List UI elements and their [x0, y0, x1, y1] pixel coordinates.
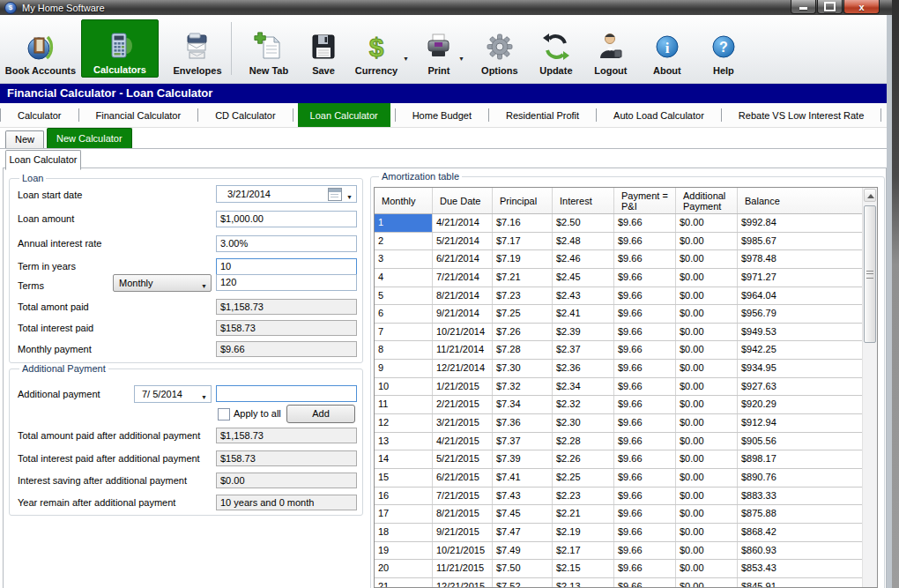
table-cell[interactable]: $0.00 — [676, 233, 738, 250]
currency-button[interactable]: $Currency — [350, 19, 403, 78]
table-cell[interactable]: $0.00 — [676, 505, 738, 523]
interest-rate-input[interactable]: 3.00% — [216, 235, 357, 252]
table-cell[interactable]: $7.37 — [493, 433, 553, 450]
table-cell[interactable]: $9.66 — [614, 233, 676, 250]
table-cell[interactable]: $9.66 — [614, 324, 676, 341]
table-cell[interactable]: $2.48 — [553, 233, 614, 250]
column-header[interactable]: Interest — [553, 188, 614, 213]
table-cell[interactable]: $2.26 — [553, 450, 614, 468]
chevron-down-icon[interactable]: ▼ — [346, 191, 353, 204]
table-cell[interactable]: $0.00 — [676, 524, 738, 541]
envelopes-button[interactable]: Envelopes — [164, 19, 231, 78]
tab-auto-load-calculator[interactable]: Auto Load Calculator — [601, 103, 717, 127]
table-cell[interactable]: $845.91 — [738, 578, 863, 588]
table-cell[interactable]: $927.63 — [738, 378, 863, 396]
table-cell[interactable]: 10/21/2015 — [433, 542, 493, 560]
table-cell[interactable]: $2.34 — [553, 378, 614, 396]
table-cell[interactable]: $971.27 — [738, 269, 863, 287]
tab-residential-profit[interactable]: Residential Profit — [494, 103, 591, 127]
table-cell[interactable]: $890.76 — [738, 469, 863, 487]
subtab-new-calculator[interactable]: New Calculator — [47, 128, 132, 148]
table-cell[interactable]: $9.66 — [614, 287, 676, 305]
title-bar[interactable]: $ My Home Software x — [0, 0, 892, 15]
table-cell[interactable]: 17 — [375, 505, 433, 523]
help-button[interactable]: ?Help — [704, 19, 743, 78]
table-cell[interactable]: $9.66 — [614, 469, 676, 487]
table-cell[interactable]: 7/21/2014 — [433, 269, 493, 287]
table-cell[interactable]: $9.66 — [614, 269, 676, 287]
table-cell[interactable]: $2.39 — [553, 324, 614, 341]
print-dropdown-arrow-icon[interactable]: ▼ — [458, 56, 464, 62]
loan-amount-input[interactable]: $1,000.00 — [216, 211, 357, 227]
table-cell[interactable]: $9.66 — [614, 578, 676, 588]
table-cell[interactable]: $7.52 — [493, 578, 553, 588]
table-cell[interactable]: 18 — [375, 524, 433, 541]
table-cell[interactable]: $0.00 — [676, 269, 738, 287]
table-cell[interactable]: $985.67 — [738, 233, 863, 250]
column-header[interactable]: Monthly — [375, 188, 433, 213]
table-cell[interactable]: $9.66 — [614, 341, 676, 359]
table-cell[interactable]: 13 — [375, 433, 433, 450]
table-cell[interactable]: $2.25 — [553, 469, 614, 487]
column-header[interactable]: Payment = P&I — [614, 188, 676, 213]
table-cell[interactable]: $0.00 — [676, 578, 738, 588]
table-cell[interactable]: $920.29 — [738, 396, 863, 413]
table-scrollbar[interactable] — [862, 188, 877, 588]
table-cell[interactable]: $2.36 — [553, 360, 614, 377]
table-cell[interactable]: $7.25 — [493, 305, 553, 323]
table-cell[interactable]: $934.95 — [738, 360, 863, 377]
new-tab-button[interactable]: New Tab — [242, 19, 295, 78]
table-cell[interactable]: 15 — [375, 469, 433, 487]
loan-start-date-picker[interactable]: 3/21/2014 ▼ — [216, 185, 357, 203]
table-cell[interactable]: 10 — [375, 378, 433, 396]
scrollbar-thumb[interactable] — [864, 205, 876, 343]
table-cell[interactable]: $9.66 — [614, 305, 676, 323]
table-cell[interactable]: $9.66 — [614, 378, 676, 396]
tab-home-budget[interactable]: Home Budget — [400, 103, 484, 127]
table-cell[interactable]: 10/21/2014 — [433, 324, 493, 341]
table-cell[interactable]: $7.21 — [493, 269, 553, 287]
table-cell[interactable]: $7.32 — [493, 378, 553, 396]
table-cell[interactable]: 8 — [375, 341, 433, 359]
currency-dropdown-arrow-icon[interactable]: ▼ — [403, 56, 409, 62]
column-header[interactable]: Due Date — [433, 188, 493, 213]
table-cell[interactable]: 20 — [375, 560, 433, 577]
table-cell[interactable]: 11/21/2014 — [433, 341, 493, 359]
minimize-button[interactable] — [791, 0, 816, 14]
table-cell[interactable]: $7.34 — [493, 396, 553, 413]
table-cell[interactable]: 8/21/2014 — [433, 287, 493, 305]
options-button[interactable]: Options — [475, 19, 524, 78]
table-cell[interactable]: 3 — [375, 250, 433, 268]
apply-to-all-checkbox[interactable] — [218, 408, 230, 421]
table-cell[interactable]: $7.26 — [493, 324, 553, 341]
table-cell[interactable]: 4/21/2015 — [433, 433, 493, 450]
table-cell[interactable]: $2.21 — [553, 505, 614, 523]
table-cell[interactable]: $7.16 — [493, 214, 553, 232]
table-cell[interactable]: $9.66 — [614, 250, 676, 268]
table-cell[interactable]: $0.00 — [676, 324, 738, 341]
table-cell[interactable]: $0.00 — [676, 469, 738, 487]
term-years-input[interactable]: 10 — [216, 258, 357, 275]
table-cell[interactable]: $2.32 — [553, 396, 614, 413]
table-cell[interactable]: $2.45 — [553, 269, 614, 287]
table-cell[interactable]: $964.04 — [738, 287, 863, 305]
print-button[interactable]: Print — [420, 19, 458, 78]
table-cell[interactable]: 6 — [375, 305, 433, 323]
table-cell[interactable]: $9.66 — [614, 433, 676, 450]
table-cell[interactable]: $2.28 — [553, 433, 614, 450]
table-cell[interactable]: $2.30 — [553, 414, 614, 432]
table-cell[interactable]: $7.28 — [493, 341, 553, 359]
table-cell[interactable]: 9/21/2014 — [433, 305, 493, 323]
table-cell[interactable]: 6/21/2014 — [433, 250, 493, 268]
table-cell[interactable]: $7.41 — [493, 469, 553, 487]
table-cell[interactable]: $2.15 — [553, 560, 614, 577]
table-cell[interactable]: $912.94 — [738, 414, 863, 432]
table-cell[interactable]: 5/21/2014 — [433, 233, 493, 250]
table-cell[interactable]: $875.88 — [738, 505, 863, 523]
tab-cd-calculator[interactable]: CD Calculator — [203, 103, 287, 127]
close-button[interactable]: x — [843, 0, 880, 14]
table-cell[interactable]: $2.23 — [553, 488, 614, 505]
table-cell[interactable]: $949.53 — [738, 324, 863, 341]
table-cell[interactable]: 21 — [375, 578, 433, 588]
table-cell[interactable]: $868.42 — [738, 524, 863, 541]
